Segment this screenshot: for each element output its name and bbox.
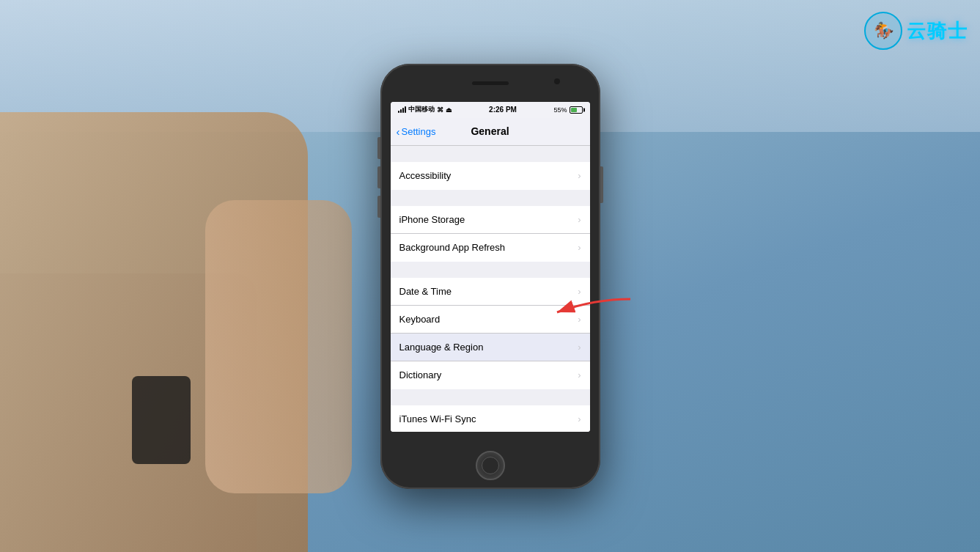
iphone-device: 中国移动 ⌘ ⏏ 2:26 PM 55% ‹ Settings General: [380, 64, 600, 489]
battery-fill: [571, 108, 578, 112]
background-app-refresh-label: Background App Refresh: [399, 242, 506, 253]
row-itunes-sync[interactable]: iTunes Wi-Fi Sync ›: [391, 405, 590, 432]
row-right-storage: ›: [578, 214, 581, 225]
home-button[interactable]: [476, 451, 505, 480]
watch-band: [132, 376, 191, 464]
battery-icon: [570, 106, 583, 114]
row-date-time[interactable]: Date & Time ›: [391, 278, 590, 306]
row-accessibility[interactable]: Accessibility ›: [391, 162, 590, 190]
language-region-label: Language & Region: [399, 342, 484, 353]
row-right-keyboard: ›: [578, 314, 581, 325]
row-left-itunes: iTunes Wi-Fi Sync: [399, 413, 578, 424]
wifi-icon: ⌘: [437, 106, 443, 114]
status-bar: 中国移动 ⌘ ⏏ 2:26 PM 55%: [391, 102, 590, 118]
row-left-datetime: Date & Time: [399, 286, 578, 297]
keyboard-label: Keyboard: [399, 314, 441, 325]
carrier-label: 中国移动: [408, 105, 435, 114]
volume-up-button[interactable]: [377, 166, 380, 188]
page-title: General: [471, 125, 509, 137]
dictionary-label: Dictionary: [399, 369, 442, 380]
section-gap-1: [391, 146, 590, 162]
battery-percent: 55%: [553, 106, 567, 114]
back-label: Settings: [402, 126, 436, 137]
chevron-right-icon: ›: [578, 413, 581, 424]
status-time: 2:26 PM: [489, 106, 517, 114]
signal-bar-2: [400, 109, 402, 113]
hand-right: [205, 200, 352, 493]
signal-bar-3: [402, 108, 404, 113]
row-dictionary[interactable]: Dictionary ›: [391, 361, 590, 389]
section-sync: iTunes Wi-Fi Sync › VPN Not Connected ›: [391, 405, 590, 432]
signal-bars: [398, 106, 406, 113]
chevron-right-icon: ›: [578, 242, 581, 253]
date-time-label: Date & Time: [399, 286, 452, 297]
status-right: 55%: [553, 106, 582, 114]
back-button[interactable]: ‹ Settings: [397, 125, 436, 138]
chevron-right-icon: ›: [578, 170, 581, 181]
logo-icon: 🏇: [864, 12, 902, 50]
chevron-right-icon: ›: [578, 369, 581, 380]
volume-down-button[interactable]: [377, 196, 380, 218]
signal-bar-1: [398, 111, 399, 113]
row-left-storage: iPhone Storage: [399, 214, 578, 225]
row-right-dictionary: ›: [578, 369, 581, 380]
iphone-screen: 中国移动 ⌘ ⏏ 2:26 PM 55% ‹ Settings General: [391, 102, 590, 432]
itunes-wifi-sync-label: iTunes Wi-Fi Sync: [399, 413, 476, 424]
chevron-right-icon: ›: [578, 286, 581, 297]
iphone-storage-label: iPhone Storage: [399, 214, 465, 225]
row-language-region[interactable]: Language & Region ›: [391, 334, 590, 361]
accessibility-label: Accessibility: [399, 170, 452, 181]
row-left-dictionary: Dictionary: [399, 369, 578, 380]
section-gap-2: [391, 190, 590, 206]
section-gap-3: [391, 262, 590, 278]
row-left-accessibility: Accessibility: [399, 170, 578, 181]
row-right-datetime: ›: [578, 286, 581, 297]
row-iphone-storage[interactable]: iPhone Storage ›: [391, 206, 590, 234]
back-chevron-icon: ‹: [397, 125, 400, 138]
speaker: [472, 81, 509, 85]
signal-bar-4: [405, 106, 406, 113]
section-gap-4: [391, 389, 590, 405]
row-left-keyboard: Keyboard: [399, 314, 578, 325]
section-storage: iPhone Storage › Background App Refresh …: [391, 206, 590, 262]
status-left: 中国移动 ⌘ ⏏: [398, 105, 452, 114]
row-background-refresh[interactable]: Background App Refresh ›: [391, 234, 590, 262]
chevron-right-icon: ›: [578, 314, 581, 325]
nav-bar: ‹ Settings General: [391, 118, 590, 146]
row-right-language: ›: [578, 342, 581, 353]
section-accessibility: Accessibility ›: [391, 162, 590, 190]
chevron-right-icon: ›: [578, 214, 581, 225]
camera: [554, 78, 560, 84]
row-left-refresh: Background App Refresh: [399, 242, 578, 253]
row-left-language: Language & Region: [399, 342, 578, 353]
home-button-inner: [482, 457, 499, 474]
row-right-accessibility: ›: [578, 170, 581, 181]
chevron-right-icon: ›: [578, 342, 581, 353]
logo: 🏇 云骑士: [864, 12, 968, 50]
section-locale: Date & Time › Keyboard › Lan: [391, 278, 590, 389]
row-right-refresh: ›: [578, 242, 581, 253]
row-keyboard[interactable]: Keyboard ›: [391, 306, 590, 334]
settings-content: Accessibility › iPhone Storage ›: [391, 146, 590, 432]
logo-text: 云骑士: [907, 18, 968, 44]
power-button[interactable]: [600, 166, 603, 203]
row-right-itunes: ›: [578, 413, 581, 424]
signal-type: ⏏: [446, 106, 452, 114]
